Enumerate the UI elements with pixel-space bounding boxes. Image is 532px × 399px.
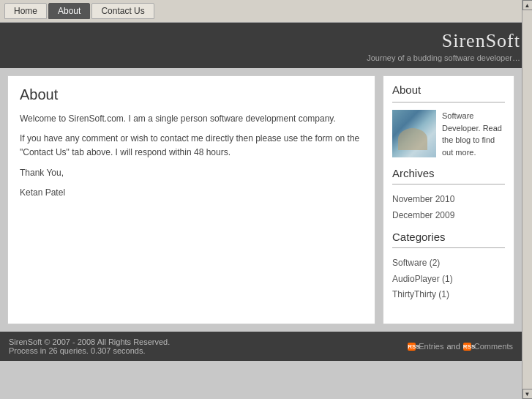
about-para-3: Thank You,: [20, 166, 363, 180]
about-para-1: Welcome to SirenSoft.com. I am a single …: [20, 112, 363, 126]
site-footer: SirenSoft © 2007 - 2008 All Rights Reser…: [0, 332, 522, 361]
entries-rss-icon: RSS: [408, 343, 416, 351]
site-header: SirenSoft Journey of a budding software …: [0, 23, 532, 68]
sidebar-category-software[interactable]: Software (2): [392, 256, 505, 272]
scrollbar[interactable]: ▲ ▼: [522, 0, 532, 399]
nav-home[interactable]: Home: [4, 3, 47, 19]
sidebar-category-thirtythirty[interactable]: ThirtyThirty (1): [392, 287, 505, 303]
footer-and: and: [446, 342, 460, 351]
main-area: About Welcome to SirenSoft.com. I am a s…: [0, 68, 522, 332]
sidebar-archive-nov2010[interactable]: November 2010: [392, 192, 505, 208]
sidebar-about-title: About: [392, 83, 505, 96]
site-subtitle: Journey of a budding software developer…: [12, 53, 520, 62]
sidebar-categories-title: Categories: [392, 231, 505, 243]
footer-left: SirenSoft © 2007 - 2008 All Rights Reser…: [9, 338, 170, 355]
scroll-up-btn[interactable]: ▲: [522, 0, 533, 10]
comments-link[interactable]: Comments: [474, 342, 513, 351]
sidebar-archive-dec2009[interactable]: December 2009: [392, 208, 505, 224]
content-box: About Welcome to SirenSoft.com. I am a s…: [7, 75, 375, 324]
footer-right: RSS Entries and RSS Comments: [408, 342, 513, 351]
sidebar-about-block: Software Developer. Read the blog to fin…: [392, 110, 505, 158]
navbar: Home About Contact Us: [0, 0, 532, 23]
sidebar-divider-2: [392, 184, 505, 184]
about-para-2: If you have any comment or wish to conta…: [20, 132, 363, 160]
nav-about[interactable]: About: [48, 3, 90, 19]
sidebar-category-audioplayer[interactable]: AudioPlayer (1): [392, 272, 505, 288]
about-para-4: Ketan Patel: [20, 186, 363, 200]
site-title: SirenSoft: [12, 30, 520, 52]
sidebar-archives-title: Archives: [392, 167, 505, 179]
nav-contact[interactable]: Contact Us: [91, 3, 154, 19]
page-title: About: [20, 86, 363, 103]
sidebar-divider-1: [392, 102, 505, 102]
sidebar-thumbnail: [392, 110, 436, 157]
comments-rss-icon: RSS: [463, 343, 471, 351]
sidebar-about-text: Software Developer. Read the blog to fin…: [442, 110, 505, 158]
sidebar-divider-3: [392, 247, 505, 248]
scroll-down-btn[interactable]: ▼: [522, 389, 533, 399]
footer-copyright: SirenSoft © 2007 - 2008 All Rights Reser…: [9, 338, 170, 346]
sidebar: About Software Developer. Read the blog …: [383, 75, 514, 324]
footer-performance: Process in 26 queries. 0.307 seconds.: [9, 346, 170, 355]
entries-link[interactable]: Entries: [419, 342, 443, 351]
